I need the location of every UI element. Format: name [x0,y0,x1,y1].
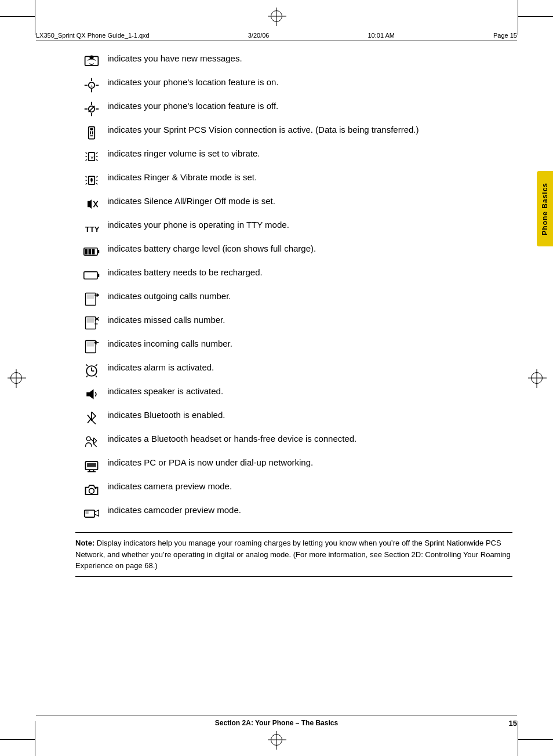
icon-dialup [75,456,107,475]
note-body: Display indicators help you manage your … [75,539,511,570]
desc-battery-low: indicates battery needs to be recharged. [107,266,512,278]
svg-rect-51 [87,318,94,322]
icon-tty: TTY [75,219,107,238]
list-item: w indicates ringer volume is set to vibr… [75,147,512,166]
icon-incoming [75,337,107,357]
reg-circle-top [271,10,282,22]
desc-messages: indicates you have new messages. [107,52,512,64]
desc-tty: indicates your phone is operating in TTY… [107,219,512,231]
icon-silence [75,195,107,214]
svg-rect-40 [85,249,88,254]
icon-outgoing [75,290,107,309]
list-item: indicates your Sprint PCS Vision connect… [75,123,512,143]
desc-incoming: indicates incoming calls number. [107,337,512,350]
list-item: indicates alarm is activated. [75,361,512,380]
svg-rect-41 [88,249,91,254]
side-tab: Phone Basics [537,171,553,246]
list-item: TTY indicates your phone is operating in… [75,219,512,238]
icon-bluetooth-headset [75,432,107,452]
svg-rect-46 [87,295,94,299]
desc-vibrate: indicates ringer volume is set to vibrat… [107,147,512,159]
list-item: indicates battery needs to be recharged. [75,266,512,285]
svg-rect-16 [90,131,91,134]
footer-page-number: 15 [509,719,517,728]
desc-camcoder: indicates camcoder preview mode. [107,504,512,516]
svg-line-25 [96,159,97,161]
crop-mark-tr-h [518,16,553,17]
desc-location-on: indicates your phone's location feature … [107,76,512,88]
icon-location-on: + [75,76,107,95]
note-box: Note: Display indicators help you manage… [75,532,512,577]
side-tab-label: Phone Basics [541,183,549,235]
desc-camera: indicates camera preview mode. [107,480,512,492]
header-date: 3/20/06 [248,32,270,39]
svg-line-65 [86,376,88,377]
icon-speaker [75,385,107,404]
list-item: indicates Bluetooth is enabled. [75,409,512,428]
list-item: indicates PC or PDA is now under dial-up… [75,456,512,475]
icon-vision [75,123,107,143]
svg-rect-15 [90,128,93,130]
desc-missed: indicates missed calls number. [107,314,512,326]
icon-bluetooth [75,409,107,428]
icon-camcoder [75,504,107,523]
svg-line-23 [96,152,97,154]
svg-text:w: w [90,155,94,160]
desc-alarm: indicates alarm is activated. [107,361,512,373]
crop-mark-br-h [518,739,553,740]
crop-mark-bl-v [35,721,35,756]
svg-rect-39 [97,250,99,253]
desc-silence: indicates Silence All/Ringer Off mode is… [107,195,512,207]
svg-rect-17 [92,131,93,134]
svg-line-64 [96,365,97,366]
header-filename: LX350_Sprint QX Phone Guide_1-1.qxd [36,32,150,39]
desc-bluetooth: indicates Bluetooth is enabled. [107,409,512,421]
reg-circle-right [531,372,543,384]
desc-ringer-vibrate: indicates Ringer & Vibrate mode is set. [107,171,512,183]
icon-location-off [75,100,107,119]
svg-text:+: + [90,83,93,89]
icon-alarm [75,361,107,380]
svg-rect-43 [83,272,97,279]
desc-dialup: indicates PC or PDA is now under dial-up… [107,456,512,468]
note-label: Note: [75,539,94,547]
crop-mark-bl-h [0,739,35,740]
icon-battery-full [75,242,107,261]
svg-line-31 [96,176,97,177]
list-item: indicates outgoing calls number. [75,290,512,309]
list-item: indicates battery charge level (icon sho… [75,242,512,261]
reg-circle-bottom [271,734,282,746]
icon-battery-low [75,266,107,285]
crop-mark-tl-v [35,0,35,35]
header-bar: LX350_Sprint QX Phone Guide_1-1.qxd 3/20… [36,32,517,41]
svg-line-20 [85,152,87,154]
svg-line-30 [85,183,87,184]
svg-line-63 [86,365,88,366]
svg-rect-56 [87,342,94,346]
svg-rect-42 [92,249,94,254]
list-item: indicates Ringer & Vibrate mode is set. [75,171,512,190]
icon-list: indicates you have new messages. + indic… [75,52,512,523]
list-item: indicates your phone's location feature … [75,100,512,119]
header-time: 10:01 AM [368,32,394,39]
desc-speaker: indicates speaker is activated. [107,385,512,397]
svg-rect-44 [97,274,99,277]
list-item: indicates incoming calls number. [75,337,512,357]
list-item: indicates camera preview mode. [75,480,512,499]
svg-rect-69 [87,463,96,467]
footer-section: Section 2A: Your Phone – The Basics [215,719,338,727]
svg-line-33 [96,183,97,184]
icon-vibrate: w [75,147,107,166]
icon-camera [75,480,107,499]
reg-circle-left [10,372,22,384]
icon-missed [75,314,107,333]
svg-line-28 [85,176,87,177]
desc-bluetooth-headset: indicates a Bluetooth headset or hands-f… [107,432,512,445]
header-page: Page 15 [493,32,517,39]
list-item: indicates you have new messages. [75,52,512,71]
desc-vision: indicates your Sprint PCS Vision connect… [107,123,512,136]
icon-ringer-vibrate [75,171,107,190]
desc-battery-full: indicates battery charge level (icon sho… [107,242,512,255]
footer-bar: Section 2A: Your Phone – The Basics 15 [36,715,517,727]
svg-line-66 [96,376,97,377]
